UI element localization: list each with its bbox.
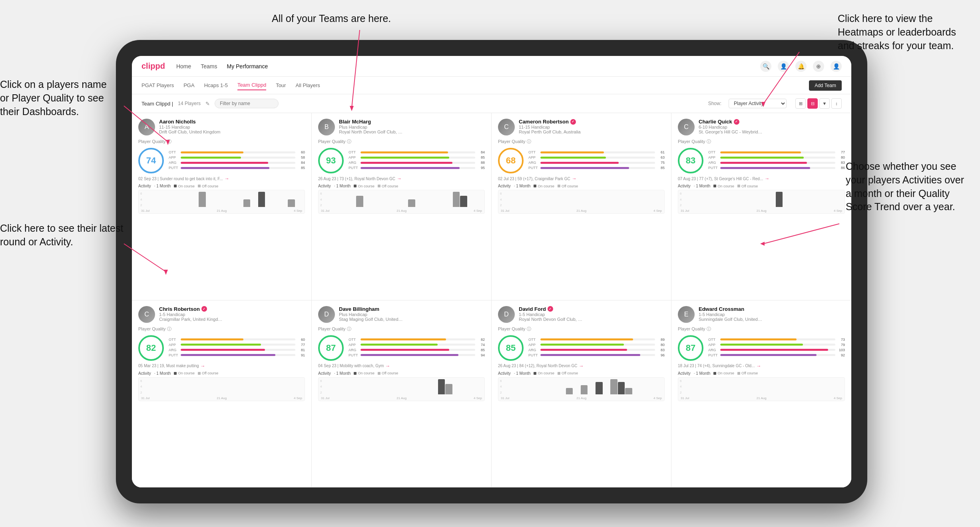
recent-round[interactable]: 18 Jul 23 | 74 (+4), Sunningdale GC - Ol… (678, 363, 845, 369)
player-name[interactable]: Cameron Robertson ✓ (519, 119, 665, 125)
quality-score[interactable]: 85 (498, 335, 524, 361)
stat-label: PUTT (169, 166, 179, 170)
legend-off-course: Off course (378, 371, 398, 375)
y-label-6: 6 (680, 379, 681, 383)
stat-label: APP (349, 343, 359, 347)
tab-tour[interactable]: Tour (276, 81, 286, 90)
tab-team-clippd[interactable]: Team Clippd (237, 80, 266, 90)
legend-off-course: Off course (737, 371, 758, 375)
nav-home[interactable]: Home (176, 62, 191, 71)
stat-row: PUTT 85 (169, 166, 305, 170)
recent-round[interactable]: 07 Aug 23 | 77 (+7), St George's Hill GC… (678, 176, 845, 181)
stat-bar-track (720, 354, 835, 356)
y-label-2: 2 (140, 391, 142, 394)
player-card[interactable]: A Aaron Nicholls 11-15 Handicap Drift Go… (132, 113, 312, 300)
chart-bar (199, 192, 206, 207)
player-avatar[interactable]: A (138, 119, 155, 135)
player-name[interactable]: Edward Crossman (699, 306, 845, 312)
player-card[interactable]: D Dave Billingham Plus Handicap Stag Mag… (312, 300, 492, 488)
quality-bars: OTT 77 APP 80 ARG 83 PUTT 8 (708, 150, 845, 171)
search-icon[interactable]: 🔍 (760, 61, 771, 72)
quality-score[interactable]: 87 (318, 335, 344, 361)
edit-icon[interactable]: ✎ (205, 101, 210, 107)
verified-badge: ✓ (734, 119, 739, 125)
stat-bar-track (540, 338, 655, 340)
notification-icon[interactable]: 🔔 (795, 61, 807, 72)
legend-dot-off (378, 372, 380, 375)
quality-score[interactable]: 82 (138, 335, 164, 361)
legend-dot-off (198, 185, 201, 187)
recent-round-text: 18 Jul 23 | 74 (+4), Sunningdale GC - Ol… (678, 364, 755, 368)
recent-round[interactable]: 02 Jul 23 | 59 (+17), Craigmillar Park G… (498, 176, 665, 181)
player-name[interactable]: Aaron Nicholls (159, 119, 305, 125)
player-avatar[interactable]: C (678, 119, 695, 135)
app-logo[interactable]: clippd (141, 62, 165, 71)
player-name[interactable]: Charlie Quick ✓ (699, 119, 845, 125)
nav-teams[interactable]: Teams (201, 62, 217, 71)
player-avatar[interactable]: C (138, 306, 155, 323)
y-label-4: 4 (320, 198, 322, 201)
activity-section: Activity · 1 Month On course Off course … (498, 371, 665, 401)
search-input[interactable] (215, 99, 279, 108)
player-avatar[interactable]: D (498, 306, 515, 323)
legend-off-label: Off course (562, 371, 578, 375)
stat-label: OTT (708, 338, 719, 342)
tab-pga[interactable]: PGA (183, 81, 194, 90)
player-club: Royal North Devon Golf Club, United Kin.… (339, 129, 403, 134)
recent-round[interactable]: 26 Aug 23 | 84 (+12), Royal North Devon … (498, 363, 665, 369)
activity-period: · 1 Month (334, 184, 351, 188)
activity-section: Activity · 1 Month On course Off course … (138, 184, 305, 214)
quality-score[interactable]: 83 (678, 148, 703, 173)
recent-round[interactable]: 04 Sep 23 | Mobility with coach, Gym → (318, 363, 485, 369)
quality-score[interactable]: 93 (318, 148, 344, 173)
stat-label: OTT (169, 150, 179, 154)
recent-round[interactable]: 26 Aug 23 | 73 (+1), Royal North Devon G… (318, 176, 485, 181)
y-label-4: 4 (140, 385, 142, 388)
show-select[interactable]: Player Activity Quality Score Trend (729, 99, 787, 108)
recent-round[interactable]: 05 Mar 23 | 19, Must make putting → (138, 363, 305, 369)
player-card[interactable]: E Edward Crossman 1-5 Handicap Sunningda… (671, 300, 851, 488)
activity-period: · 1 Month (334, 371, 351, 376)
player-name[interactable]: Blair McHarg (339, 119, 485, 125)
player-card[interactable]: C Chris Robertson ✓ 1-5 Handicap Craigmi… (132, 300, 312, 488)
player-card[interactable]: C Charlie Quick ✓ 6-10 Handicap St. Geor… (671, 113, 851, 300)
legend-off-label: Off course (202, 371, 218, 375)
mini-chart: 6 4 2 31 Jul 21 Aug 4 Sep (318, 377, 485, 401)
quality-score[interactable]: 68 (498, 148, 524, 173)
nav-my-performance[interactable]: My Performance (227, 62, 268, 71)
filter-button[interactable]: ▼ (819, 98, 830, 109)
player-card[interactable]: B Blair McHarg Plus Handicap Royal North… (312, 113, 492, 300)
grid-small-view-button[interactable]: ⊟ (807, 98, 818, 109)
tab-all-players[interactable]: All Players (295, 81, 320, 90)
legend-on-label: On course (538, 371, 554, 375)
recent-round[interactable]: 02 Sep 23 | Sunder round to get back int… (138, 176, 305, 181)
player-name[interactable]: Chris Robertson ✓ (159, 306, 305, 312)
player-name[interactable]: David Ford ✓ (519, 306, 665, 312)
grid-large-view-button[interactable]: ⊞ (795, 98, 806, 109)
quality-score[interactable]: 74 (138, 148, 164, 173)
player-name[interactable]: Dave Billingham (339, 306, 485, 312)
quality-score[interactable]: 87 (678, 335, 703, 361)
player-avatar[interactable]: B (318, 119, 335, 135)
player-avatar[interactable]: D (318, 306, 335, 323)
add-team-button[interactable]: Add Team (809, 80, 842, 91)
player-header: B Blair McHarg Plus Handicap Royal North… (318, 119, 485, 135)
stat-bar-fill (540, 162, 619, 164)
profile-icon[interactable]: 👤 (778, 61, 789, 72)
player-avatar[interactable]: E (678, 306, 695, 323)
tab-hcaps[interactable]: Hcaps 1-5 (204, 81, 228, 90)
activity-title: Activity (138, 371, 151, 376)
stat-label: PUTT (708, 353, 719, 357)
team-header: Team Clippd | 14 Players ✎ Show: Player … (132, 94, 851, 113)
tab-pgat-players[interactable]: PGAT Players (141, 81, 174, 90)
user-avatar-icon[interactable]: 👤 (831, 61, 842, 72)
player-card[interactable]: D David Ford ✓ 1-5 Handicap Royal North … (492, 300, 671, 488)
legend-on-course: On course (354, 184, 374, 188)
sort-button[interactable]: ↕ (831, 98, 842, 109)
y-label-6: 6 (680, 192, 681, 195)
settings-icon[interactable]: ⊕ (813, 61, 824, 72)
stat-label: ARG (708, 348, 719, 352)
player-card[interactable]: C Cameron Robertson ✓ 11-15 Handicap Roy… (492, 113, 671, 300)
team-name-label: Team Clippd | (141, 101, 173, 107)
player-avatar[interactable]: C (498, 119, 515, 135)
